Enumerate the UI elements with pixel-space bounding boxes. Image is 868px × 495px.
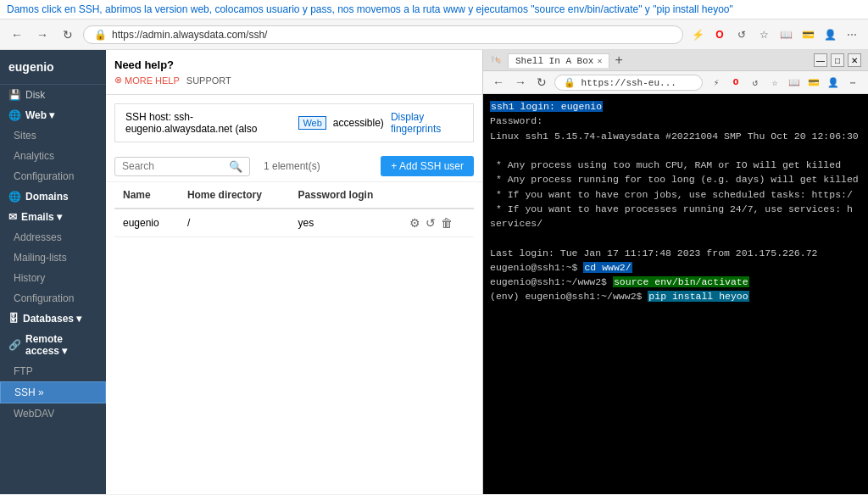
terminal-tab[interactable]: Shell In A Box ✕ [508,53,609,68]
term-reading-icon[interactable]: 📖 [786,74,803,91]
new-tab-button[interactable]: + [615,53,622,68]
sidebar-item-web-config[interactable]: Configuration [0,166,106,186]
help-title: Need help? [114,58,474,71]
sidebar-item-emails[interactable]: ✉ Emails ▾ [0,207,106,227]
databases-icon: 🗄 [8,313,19,325]
display-fingerprints-link[interactable]: Display fingerprints [391,111,463,135]
terminal-panel: 🐚 Shell In A Box ✕ + — □ ✕ ← → ↻ 🔒 https… [483,50,868,494]
sidebar-item-domains[interactable]: 🌐 Domains [0,186,106,207]
terminal-address-bar: ← → ↻ 🔒 https://ssh-eu... ⚡ O ↺ ☆ 📖 💳 👤 … [483,71,868,94]
term-opera-icon[interactable]: O [727,74,744,91]
sidebar-item-web[interactable]: 🌐 Web ▾ [0,105,106,125]
more-help-link[interactable]: ⊗ MORE HELP [114,75,180,86]
term-forward-button[interactable]: → [512,75,529,89]
element-count: 1 element(s) [264,160,320,172]
terminal-line-warning2: * Any process running for too long (e.g.… [490,172,861,186]
sidebar-item-ssh[interactable]: SSH » [0,381,106,403]
extensions-icon[interactable]: ⚡ [688,25,707,44]
table-row: eugenio / yes ⚙ ↺ 🗑 [114,209,474,237]
sync-icon[interactable]: ↺ [732,25,751,44]
col-actions [401,182,474,209]
sidebar-item-databases[interactable]: 🗄 Databases ▾ [0,309,106,329]
forward-button[interactable]: → [32,25,53,45]
delete-action-icon[interactable]: 🗑 [441,216,453,230]
toolbar: 🔍 1 element(s) + Add SSH user [106,151,482,182]
sidebar-item-history[interactable]: History [0,268,106,288]
cmd3-highlight: pip install heyoo [648,291,748,302]
term-address-box[interactable]: 🔒 https://ssh-eu... [554,75,703,91]
sidebar-item-email-config[interactable]: Configuration [0,288,106,309]
web-accessible-badge[interactable]: Web [298,116,326,130]
sidebar-username: eugenio [0,50,106,85]
term-wallet-icon[interactable]: 💳 [805,74,822,91]
col-password-login: Password login [290,182,402,209]
term-address-text: https://ssh-eu... [581,78,676,88]
sidebar-item-analytics[interactable]: Analytics [0,146,106,166]
sidebar-item-remote-access[interactable]: 🔗 Remote access ▾ [0,329,106,361]
terminal-line-cmd3: (env) eugenio@ssh1:~/www2$ pip install h… [490,289,861,303]
address-bar[interactable]: 🔒 https://admin.alwaysdata.com/ssh/ [83,25,683,44]
tab-close-button[interactable]: ✕ [597,56,602,66]
terminal-line-warning3: * If you want to have cron jobs, use sch… [490,187,861,202]
add-ssh-user-button[interactable]: + Add SSH user [381,156,474,176]
cell-password-login: yes [290,209,402,237]
reset-action-icon[interactable]: ↺ [426,216,436,230]
col-name: Name [114,182,179,209]
sidebar-item-sites[interactable]: Sites [0,125,106,146]
term-back-button[interactable]: ← [490,75,507,89]
terminal-line-blank1 [490,143,861,158]
term-sync-icon[interactable]: ↺ [747,74,764,91]
lock-icon: 🔒 [94,29,107,41]
sidebar-item-disk[interactable]: 💾 Disk [0,85,106,105]
term-extensions-icon[interactable]: ⚡ [708,74,725,91]
terminal-line-warning4: * If you want to have processes running … [490,202,861,216]
term-refresh-button[interactable]: ↻ [534,75,549,89]
terminal-line-cmd1: eugenio@ssh1:~$ cd www2/ [490,260,861,275]
domains-icon: 🌐 [8,191,21,203]
cmd2-highlight: source env/bin/activate [613,276,749,287]
search-icon: 🔍 [229,160,242,173]
bookmark-icon[interactable]: ☆ [754,25,773,44]
settings-action-icon[interactable]: ⚙ [409,216,420,230]
terminal-line-blank2 [490,231,861,245]
close-button[interactable]: ✕ [848,53,861,67]
annotation-bar: Damos click en SSH, abrimos la version w… [0,0,868,19]
terminal-chrome: 🐚 Shell In A Box ✕ + — □ ✕ [483,50,868,71]
sidebar-item-addresses[interactable]: Addresses [0,227,106,248]
sidebar: eugenio 💾 Disk 🌐 Web ▾ Sites Analytics C… [0,50,106,494]
minimize-button[interactable]: — [814,53,827,67]
login-highlight: ssh1 login: eugenio [490,101,603,112]
disk-icon: 💾 [8,89,21,101]
terminal-body[interactable]: ssh1 login: eugenio Password: Linux ssh1… [483,94,868,494]
browser-chrome: ← → ↻ 🔒 https://admin.alwaysdata.com/ssh… [0,19,868,50]
browser-icons: ⚡ O ↺ ☆ 📖 💳 👤 ⋯ [688,25,861,44]
reading-icon[interactable]: 📖 [776,25,795,44]
cell-home-directory: / [179,209,290,237]
refresh-button[interactable]: ↻ [58,25,78,45]
restore-button[interactable]: □ [831,53,844,67]
sidebar-item-ftp[interactable]: FTP [0,361,106,381]
search-box[interactable]: 🔍 [114,157,250,176]
term-more-icon[interactable]: ⋯ [844,74,861,91]
profile-icon[interactable]: 👤 [821,25,839,44]
more-icon[interactable]: ⋯ [843,25,861,44]
ssh-table: Name Home directory Password login eugen… [114,182,474,237]
back-button[interactable]: ← [7,25,27,45]
wallet-icon[interactable]: 💳 [798,25,817,44]
admin-content: eugenio 💾 Disk 🌐 Web ▾ Sites Analytics C… [0,50,482,494]
search-input[interactable] [122,160,224,172]
terminal-line-services: services/ [490,216,861,231]
term-lock-icon: 🔒 [564,78,576,88]
sidebar-item-webdav[interactable]: WebDAV [0,403,106,424]
terminal-line-login: ssh1 login: eugenio [490,99,861,114]
remote-access-icon: 🔗 [8,339,21,351]
sidebar-item-mailing-lists[interactable]: Mailing-lists [0,248,106,268]
accessible-label: accessible) [333,117,384,129]
term-browser-icons: ⚡ O ↺ ☆ 📖 💳 👤 ⋯ [708,74,861,91]
terminal-line-kernel: Linux ssh1 5.15.74-alwaysdata #20221004 … [490,129,861,143]
error-icon: ⊗ [114,75,122,86]
term-profile-icon[interactable]: 👤 [825,74,842,91]
term-bookmark-icon[interactable]: ☆ [766,74,783,91]
opera-icon[interactable]: O [710,25,729,44]
admin-panel: eugenio 💾 Disk 🌐 Web ▾ Sites Analytics C… [0,50,483,494]
